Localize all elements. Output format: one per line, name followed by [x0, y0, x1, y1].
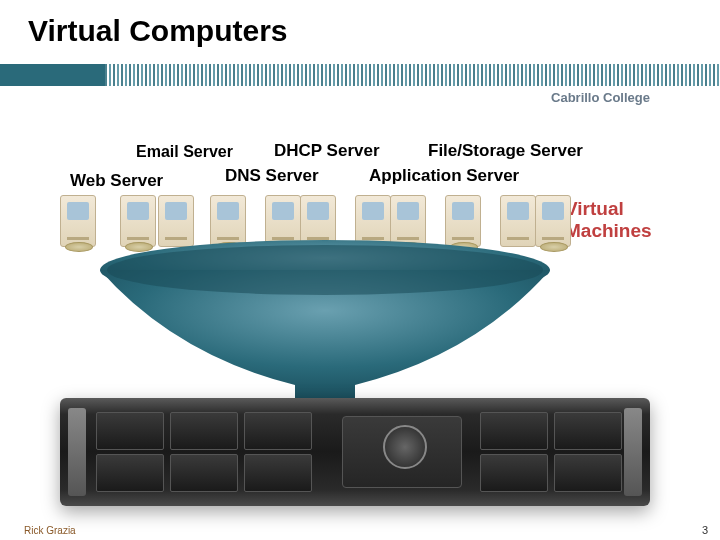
drive-bay — [170, 412, 238, 450]
vm-line1: Virtual — [565, 198, 624, 219]
svg-point-1 — [107, 245, 543, 295]
footer-page-number: 3 — [702, 524, 708, 536]
label-web-server: Web Server — [70, 171, 163, 191]
label-dhcp-server: DHCP Server — [274, 141, 380, 161]
drive-bay — [96, 454, 164, 492]
label-virtual-machines: Virtual Machines — [565, 198, 652, 242]
drive-bay — [554, 412, 622, 450]
rack-handle — [68, 408, 86, 496]
funnel-icon — [95, 240, 555, 410]
label-dns-server: DNS Server — [225, 166, 319, 186]
drive-bay — [244, 454, 312, 492]
drive-bay — [96, 412, 164, 450]
header-bar — [0, 64, 720, 86]
drive-bay — [480, 454, 548, 492]
drive-bay — [480, 412, 548, 450]
vm-icon — [60, 195, 96, 247]
college-name: Cabrillo College — [551, 90, 650, 105]
disk-icon — [65, 242, 93, 252]
physical-server — [60, 398, 650, 506]
label-app-server: Application Server — [369, 166, 519, 186]
drive-bay — [170, 454, 238, 492]
rack-handle — [624, 408, 642, 496]
funnel-graphic — [95, 240, 555, 410]
vm-line2: Machines — [565, 220, 652, 241]
drive-bay — [554, 454, 622, 492]
drive-bay — [244, 412, 312, 450]
label-email-server: Email Server — [136, 143, 233, 161]
header-solid — [0, 64, 105, 86]
label-file-server: File/Storage Server — [428, 141, 583, 161]
server-control-panel — [342, 416, 462, 488]
header-stripes — [105, 64, 720, 86]
footer-author: Rick Grazia — [24, 525, 76, 536]
slide-title: Virtual Computers — [28, 14, 288, 48]
